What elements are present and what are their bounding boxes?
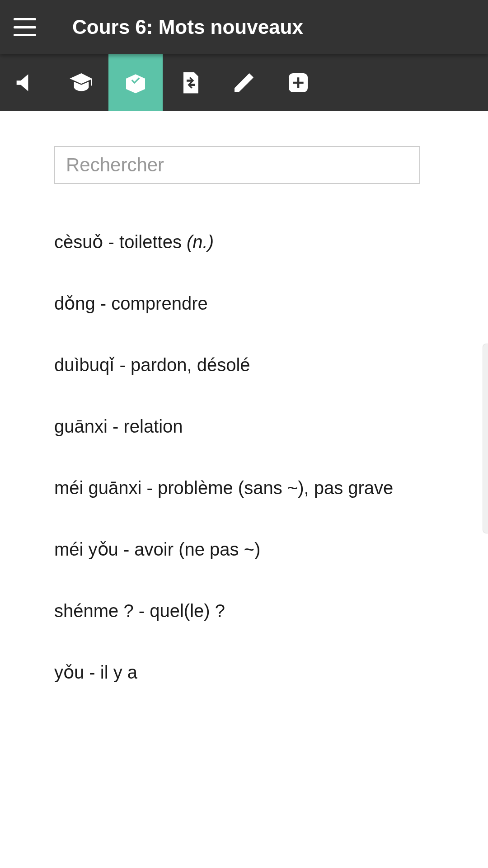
- word-pinyin: yǒu: [54, 662, 84, 682]
- word-translation: relation: [123, 416, 183, 436]
- word-pinyin: shénme ?: [54, 601, 134, 621]
- tab-box[interactable]: [108, 54, 163, 111]
- page-title: Cours 6: Mots nouveaux: [72, 16, 303, 38]
- toolbar: [0, 54, 488, 111]
- word-pinyin: méi yǒu: [54, 539, 118, 559]
- graduation-cap-icon: [69, 70, 94, 95]
- word-sep: -: [134, 601, 150, 621]
- megaphone-icon: [14, 70, 40, 95]
- box-icon: [123, 70, 148, 95]
- list-item[interactable]: guānxi - relation: [54, 396, 434, 457]
- word-sep: -: [84, 662, 100, 682]
- scrollbar[interactable]: [483, 344, 488, 533]
- word-list: cèsuǒ - toilettes (n.) dǒng - comprendre…: [54, 211, 434, 703]
- word-translation: pardon, désolé: [131, 355, 250, 375]
- menu-icon[interactable]: [14, 18, 36, 36]
- word-pinyin: cèsuǒ: [54, 232, 103, 252]
- swap-file-icon: [177, 70, 202, 95]
- word-sep: -: [95, 293, 112, 313]
- tab-audio[interactable]: [0, 54, 54, 111]
- pencil-icon: [231, 70, 257, 95]
- word-translation: comprendre: [111, 293, 207, 313]
- add-icon: [286, 70, 311, 95]
- word-translation: il y a: [100, 662, 137, 682]
- list-item[interactable]: dǒng - comprendre: [54, 273, 434, 334]
- word-pinyin: dǒng: [54, 293, 95, 313]
- tab-add[interactable]: [271, 54, 325, 111]
- word-translation: problème (sans ~), pas grave: [158, 478, 393, 498]
- word-sep: -: [118, 539, 135, 559]
- list-item[interactable]: méi guānxi - problème (sans ~), pas grav…: [54, 457, 434, 519]
- list-item[interactable]: duìbuqǐ - pardon, désolé: [54, 334, 434, 396]
- search-input[interactable]: [66, 147, 408, 183]
- word-translation: avoir (ne pas ~): [134, 539, 260, 559]
- list-item[interactable]: méi yǒu - avoir (ne pas ~): [54, 519, 434, 580]
- word-pinyin: duìbuqǐ: [54, 355, 114, 375]
- tab-edit[interactable]: [217, 54, 271, 111]
- word-sep: -: [141, 478, 158, 498]
- word-translation: toilettes: [119, 232, 187, 252]
- list-item[interactable]: cèsuǒ - toilettes (n.): [54, 211, 434, 273]
- word-pinyin: méi guānxi: [54, 478, 141, 498]
- word-sep: -: [108, 416, 124, 436]
- list-item[interactable]: shénme ? - quel(le) ?: [54, 580, 434, 642]
- list-item[interactable]: yǒu - il y a: [54, 642, 434, 703]
- word-pinyin: guānxi: [54, 416, 108, 436]
- word-translation: quel(le) ?: [150, 601, 225, 621]
- word-pos: (n.): [187, 232, 214, 252]
- main-content: cèsuǒ - toilettes (n.) dǒng - comprendre…: [0, 111, 488, 703]
- tab-learn[interactable]: [54, 54, 108, 111]
- search-wrapper: [54, 146, 420, 184]
- app-header: Cours 6: Mots nouveaux: [0, 0, 488, 54]
- word-sep: -: [114, 355, 131, 375]
- tab-swap[interactable]: [163, 54, 217, 111]
- word-sep: -: [103, 232, 120, 252]
